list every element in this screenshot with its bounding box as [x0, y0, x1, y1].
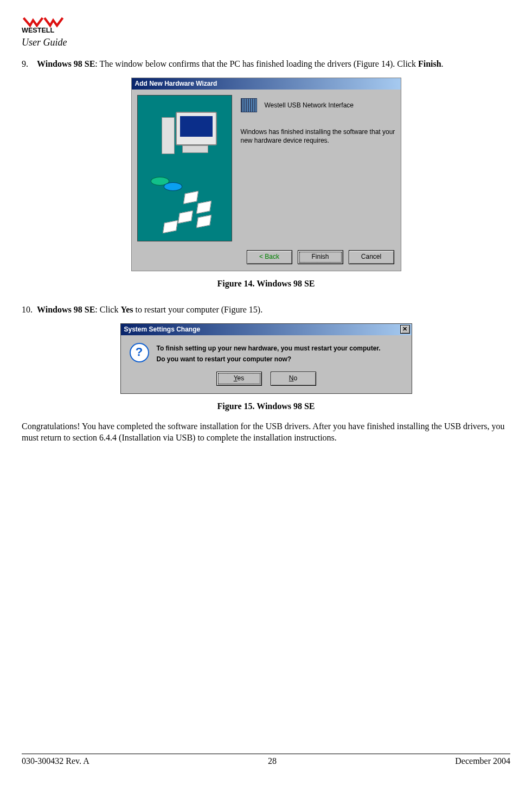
page-footer: 030-300432 Rev. A 28 December 2004	[22, 754, 510, 766]
step-9-finish: Finish	[418, 59, 441, 68]
step-number: 9.	[22, 59, 37, 69]
step-9-mid: : The window below confirms that the PC …	[95, 59, 418, 68]
step-9-period: .	[441, 59, 444, 68]
close-button[interactable]: ✕	[400, 325, 410, 334]
no-label-rest: o	[293, 374, 297, 382]
document-icon	[177, 211, 193, 224]
yes-button[interactable]: Yes	[216, 372, 262, 386]
question-mark-icon	[130, 343, 149, 362]
doc-subtitle: User Guide	[22, 37, 510, 48]
footer-date: December 2004	[455, 756, 510, 766]
document-icon	[183, 191, 198, 205]
no-button[interactable]: No	[271, 372, 316, 386]
document-icon	[196, 201, 211, 214]
tower-icon	[162, 117, 175, 154]
yes-label-rest: es	[238, 374, 245, 382]
finish-button[interactable]: Finish	[298, 250, 343, 264]
step-9: 9. Windows 98 SE: The window below confi…	[22, 59, 510, 69]
footer-docnum: 030-300432 Rev. A	[22, 756, 89, 766]
congratulations-paragraph: Congratulations! You have completed the …	[22, 421, 510, 444]
step-number: 10.	[22, 305, 37, 315]
step-9-text: Windows 98 SE: The window below confirms…	[37, 59, 510, 69]
restart-line-2: Do you want to restart your computer now…	[157, 354, 381, 365]
dialog2-title: System Settings Change	[124, 326, 201, 333]
step-9-lead: Windows 98 SE	[37, 59, 95, 68]
cancel-button[interactable]: Cancel	[349, 250, 394, 264]
monitor-base-icon	[182, 145, 208, 153]
dialog1-button-row: < Back Finish Cancel	[132, 247, 401, 271]
yes-mnemonic: Y	[234, 374, 238, 382]
step-10-tail: to restart your computer (Figure 15).	[133, 305, 263, 314]
dialog1-titlebar: Add New Hardware Wizard	[132, 78, 401, 90]
system-settings-change-dialog: System Settings Change ✕ To finish setti…	[120, 323, 412, 394]
install-complete-message: Windows has finished installing the soft…	[241, 127, 395, 145]
figure-15-caption: Figure 15. Windows 98 SE	[22, 401, 510, 411]
step-10-mid: : Click	[95, 305, 120, 314]
add-hardware-wizard-dialog: Add New Hardware Wizard	[131, 78, 401, 271]
network-interface-icon	[241, 98, 257, 112]
step-10-lead: Windows 98 SE	[37, 305, 95, 314]
dialog2-titlebar: System Settings Change ✕	[121, 324, 412, 335]
disc-icon	[164, 182, 182, 191]
restart-line-1: To finish setting up your new hardware, …	[157, 343, 381, 354]
document-icon	[162, 220, 177, 234]
restart-prompt-text: To finish setting up your new hardware, …	[157, 343, 381, 365]
wizard-side-graphic	[137, 95, 232, 241]
document-icon	[196, 215, 211, 228]
device-label: Westell USB Network Interface	[265, 101, 354, 109]
step-10-text: Windows 98 SE: Click Yes to restart your…	[37, 305, 510, 315]
step-10-yes: Yes	[120, 305, 133, 314]
dialog1-title: Add New Hardware Wizard	[135, 80, 217, 87]
monitor-icon	[176, 112, 217, 145]
footer-pagenum: 28	[268, 756, 277, 766]
figure-14-caption: Figure 14. Windows 98 SE	[22, 279, 510, 289]
logo-text: WESTELL	[22, 27, 54, 34]
back-button[interactable]: < Back	[247, 250, 292, 264]
step-10: 10. Windows 98 SE: Click Yes to restart …	[22, 305, 510, 315]
page-header: WESTELL User Guide	[22, 11, 510, 48]
westell-logo: WESTELL	[22, 11, 510, 38]
